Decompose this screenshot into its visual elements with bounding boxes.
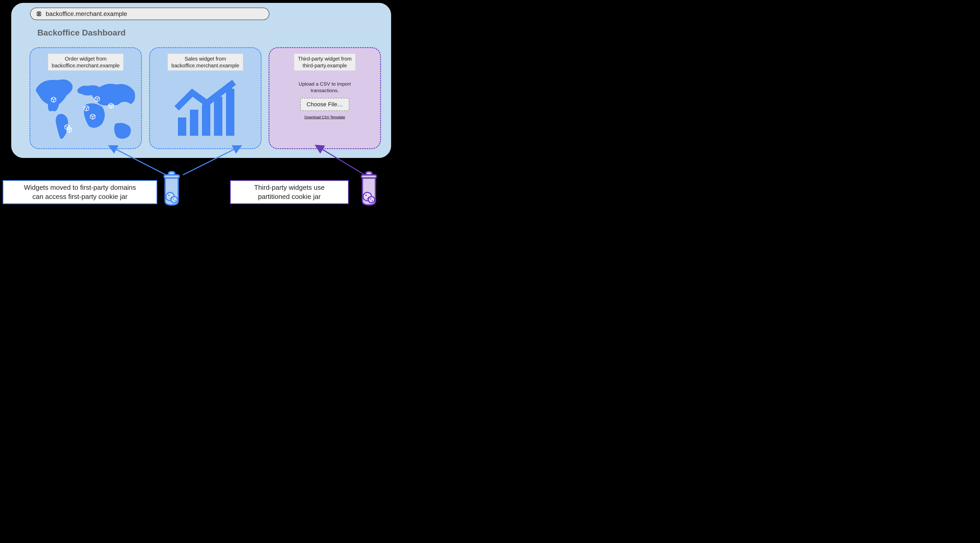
svg-point-24 [368, 197, 369, 198]
svg-point-17 [173, 198, 174, 200]
page-title: Backoffice Dashboard [37, 28, 126, 38]
choose-file-button[interactable]: Choose File… [300, 98, 349, 111]
order-widget: Order widget from backoffice.merchant.ex… [30, 47, 142, 149]
third-party-widget-label: Third-party widget from third-party.exam… [294, 54, 355, 70]
world-map-icon [30, 70, 141, 148]
svg-point-18 [175, 200, 175, 201]
svg-rect-8 [226, 89, 234, 136]
globe-icon [36, 11, 42, 17]
address-bar-url: backoffice.merchant.example [46, 10, 127, 17]
svg-rect-6 [202, 105, 210, 136]
partitioned-cookie-jar-icon [356, 170, 382, 206]
svg-rect-7 [214, 97, 222, 136]
third-party-widget: Third-party widget from third-party.exam… [269, 47, 381, 149]
first-party-caption: Widgets moved to first-party domains can… [3, 180, 157, 204]
svg-point-27 [372, 200, 373, 201]
browser-window: backoffice.merchant.example Backoffice D… [10, 2, 392, 159]
first-party-cookie-jar-icon [159, 170, 184, 206]
svg-point-14 [168, 194, 169, 196]
svg-point-26 [370, 198, 371, 200]
svg-rect-5 [190, 110, 198, 136]
download-csv-template-link[interactable]: Download CSV Template [304, 115, 345, 119]
svg-point-13 [171, 197, 177, 203]
order-widget-label: Order widget from backoffice.merchant.ex… [48, 54, 123, 70]
svg-rect-4 [178, 117, 186, 136]
svg-point-23 [365, 194, 367, 196]
upload-instructions: Upload a CSV to import transactions. [299, 81, 351, 94]
chart-icon [173, 78, 238, 138]
address-bar: backoffice.merchant.example [30, 8, 269, 20]
svg-point-16 [170, 198, 170, 200]
svg-point-22 [368, 197, 375, 203]
sales-widget-label: Sales widget from backoffice.merchant.ex… [168, 54, 243, 70]
third-party-caption: Third-party widgets use partitioned cook… [230, 180, 349, 204]
diagram-canvas: backoffice.merchant.example Backoffice D… [0, 0, 400, 221]
svg-point-25 [367, 198, 368, 200]
sales-widget: Sales widget from backoffice.merchant.ex… [149, 47, 261, 149]
svg-point-15 [170, 197, 172, 198]
